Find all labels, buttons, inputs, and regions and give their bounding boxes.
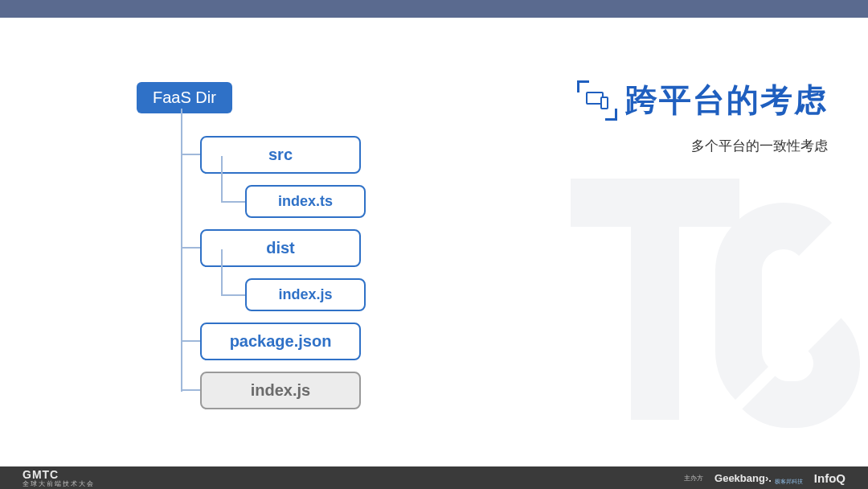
directory-tree: FaaS Dir src index.ts dist index.js pack… — [137, 82, 474, 421]
tree-label: index.js — [200, 372, 361, 409]
tree-node-dist: dist index.js — [200, 229, 474, 311]
gmtc-text: GMTC — [23, 468, 59, 481]
tree-node-package: package.json — [200, 323, 474, 360]
infoq-logo: InfoQ — [814, 471, 845, 485]
tree-node-src-child: index.ts — [245, 185, 474, 218]
gmtc-subtext: 全球大前端技术大会 — [23, 481, 95, 487]
slide-title: 跨平台的考虑 — [625, 78, 828, 122]
tree-node-src: src index.ts — [200, 136, 474, 218]
tree-node-indexjs: index.js — [200, 372, 474, 409]
slide: 跨平台的考虑 多个平台的一致性考虑 FaaS Dir src index.ts … — [0, 18, 868, 466]
tree-label: dist — [200, 229, 361, 267]
footer-bar: GMTC 全球大前端技术大会 主办方 Geekbang›. 极客邦科技 Info… — [0, 466, 868, 489]
geekbang-logo: Geekbang›. — [714, 472, 772, 484]
footer-right: 主办方 Geekbang›. 极客邦科技 InfoQ — [684, 470, 845, 486]
tree-label: index.js — [245, 278, 366, 311]
tree-label: package.json — [200, 323, 361, 360]
gmtc-logo: GMTC 全球大前端技术大会 — [23, 468, 95, 487]
tree-label: src — [200, 136, 361, 174]
tree-label: index.ts — [245, 185, 366, 218]
title-block: 跨平台的考虑 多个平台的一致性考虑 — [579, 78, 828, 155]
top-bar — [0, 0, 868, 18]
geekbang-subtext: 极客邦科技 — [775, 478, 803, 486]
devices-icon — [579, 82, 616, 119]
slide-subtitle: 多个平台的一致性考虑 — [579, 137, 828, 155]
footer-left: GMTC 全球大前端技术大会 — [23, 468, 95, 487]
tree-node-dist-child: index.js — [245, 278, 474, 311]
background-ts-watermark — [571, 154, 860, 428]
tree-root: FaaS Dir — [137, 82, 232, 113]
host-label: 主办方 — [684, 474, 703, 483]
